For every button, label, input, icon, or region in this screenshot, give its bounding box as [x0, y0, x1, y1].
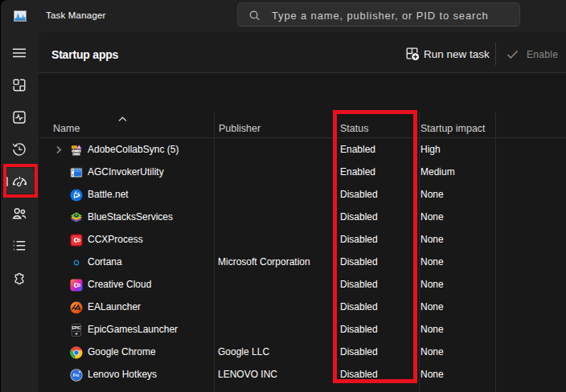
svg-text:Fn: Fn — [73, 372, 80, 378]
svg-text:EPIC: EPIC — [72, 325, 81, 329]
svg-text:GAMES: GAMES — [73, 330, 80, 333]
